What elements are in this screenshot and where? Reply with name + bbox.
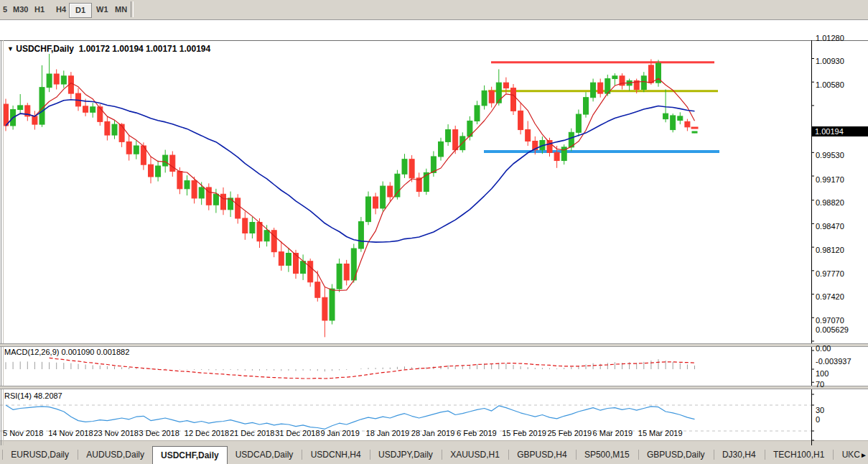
price-axis-label: 0.97770 <box>816 269 844 278</box>
mt4-window: 5M30H1H4D1W1MN ▼ USDCHF,Daily 1.00172 1.… <box>0 0 868 464</box>
timeframe-button-w1[interactable]: W1 <box>93 3 111 17</box>
price-axis-label: 0.98470 <box>816 222 844 231</box>
tab-usdjpy-daily[interactable]: USDJPY,Daily <box>370 445 441 464</box>
tab-eurusd-daily[interactable]: EURUSD,Daily <box>3 445 77 464</box>
timeframe-button-m30[interactable]: M30 <box>10 3 31 17</box>
tab-xauusd-h1[interactable]: XAUUSD,H1 <box>442 445 508 464</box>
chart-symbol: USDCHF,Daily <box>16 44 74 54</box>
current-price-box: 1.00194 <box>812 126 868 136</box>
date-axis-label: 15 Feb 2019 <box>502 429 546 437</box>
price-axis-label: 1.00580 <box>816 80 844 89</box>
timeframe-button-h1[interactable]: H1 <box>32 3 47 17</box>
tab-sp500-m15[interactable]: SP500,M15 <box>577 445 638 464</box>
date-axis-label: 3 Dec 2018 <box>139 429 179 437</box>
date-axis-label: 21 Dec 2018 <box>230 429 274 437</box>
ohlc-high: 1.00194 <box>112 44 143 54</box>
rsi-axis-label: 30 <box>816 406 824 414</box>
macd-axis-label: -0.003937 <box>816 357 851 366</box>
rsi-axis-label: 70 <box>816 380 824 389</box>
chart-tabbar: EURUSD,DailyAUDUSD,DailyUSDCHF,DailyUSDC… <box>0 445 868 464</box>
chart-title: ▼ USDCHF,Daily 1.00172 1.00194 1.00171 1… <box>7 44 210 54</box>
price-axis-label: 0.98820 <box>816 198 844 207</box>
macd-axis-label: 0.00 <box>816 344 831 353</box>
date-axis-label: 31 Dec 2018 <box>275 429 319 437</box>
date-axis-label: 6 Feb 2019 <box>457 429 497 437</box>
price-axis-label: 0.97070 <box>816 316 844 325</box>
timeframe-button-5[interactable]: 5 <box>0 3 10 17</box>
date-axis-label: 18 Jan 2019 <box>366 429 410 437</box>
macd-indicator-label: MACD(12,26,9) 0.001090 0.001882 <box>4 348 129 356</box>
date-axis-label: 23 Nov 2018 <box>93 429 138 437</box>
tab-tech100-h1[interactable]: TECH100,H1 <box>765 445 832 464</box>
price-axis-label: 1.01280 <box>816 34 844 42</box>
timeframe-button-d1[interactable]: D1 <box>69 3 92 18</box>
ohlc-low: 1.00171 <box>146 44 177 54</box>
tab-gbpusd-daily[interactable]: GBPUSD,Daily <box>639 445 713 464</box>
ohlc-open: 1.00172 <box>79 44 110 54</box>
macd-main-value: 0.001090 <box>61 348 94 356</box>
tabbar-lead-space <box>0 445 1 464</box>
macd-axis-label: 0.005629 <box>816 325 849 334</box>
timeframe-button-h4[interactable]: H4 <box>53 3 69 17</box>
price-axis-label: 0.99530 <box>816 151 844 159</box>
chart-frame: ▼ USDCHF,Daily 1.00172 1.00194 1.00171 1… <box>0 20 868 442</box>
date-axis-label: 15 Mar 2019 <box>638 429 683 437</box>
tab-usdchf-daily[interactable]: USDCHF,Daily <box>152 446 228 464</box>
tab-usdcnh-h4[interactable]: USDCNH,H4 <box>303 445 369 464</box>
date-axis-label: 6 Mar 2019 <box>593 429 633 437</box>
rsi-indicator-label: RSI(14) 48.2087 <box>4 391 62 400</box>
ma-fast-line <box>6 78 695 290</box>
timeframe-button-mn[interactable]: MN <box>112 3 130 17</box>
date-axis-label: 25 Feb 2019 <box>547 429 592 437</box>
macd-signal-value: 0.001882 <box>96 348 129 356</box>
price-axis-label: 0.99170 <box>816 175 844 184</box>
chart-dropdown-icon[interactable]: ▼ <box>7 45 14 52</box>
rsi-axis-label: 100 <box>816 369 829 378</box>
tab-usdcad-daily[interactable]: USDCAD,Daily <box>228 445 302 464</box>
tab-audusd-daily[interactable]: AUDUSD,Daily <box>78 445 152 464</box>
ohlc-close: 1.00194 <box>179 44 210 54</box>
date-axis-label: 9 Jan 2019 <box>320 429 359 437</box>
toolbar-separator <box>131 1 134 17</box>
price-axis-label: 1.00930 <box>816 57 844 65</box>
price-axis-label: 0.98120 <box>816 246 844 254</box>
candlestick-chart[interactable] <box>0 20 868 464</box>
date-axis-label: 5 Nov 2018 <box>3 429 43 437</box>
tab-scroll-right-icon[interactable]: ► <box>857 445 868 464</box>
tab-gbpusd-h4[interactable]: GBPUSD,H4 <box>509 445 574 464</box>
rsi-value: 48.2087 <box>34 391 62 400</box>
date-axis-label: 12 Dec 2018 <box>185 429 229 437</box>
ma-slow-line <box>6 100 695 242</box>
rsi-axis-label: 0 <box>816 415 820 424</box>
date-axis-label: 14 Nov 2018 <box>48 429 93 437</box>
price-axis-label: 0.97420 <box>816 292 844 301</box>
date-axis-label: 28 Jan 2019 <box>411 429 455 437</box>
timeframe-toolbar: 5M30H1H4D1W1MN <box>0 0 868 20</box>
tab-scroll-left-icon[interactable]: ◄ <box>841 445 854 464</box>
tab-dj30-h4[interactable]: DJ30,H4 <box>714 445 764 464</box>
